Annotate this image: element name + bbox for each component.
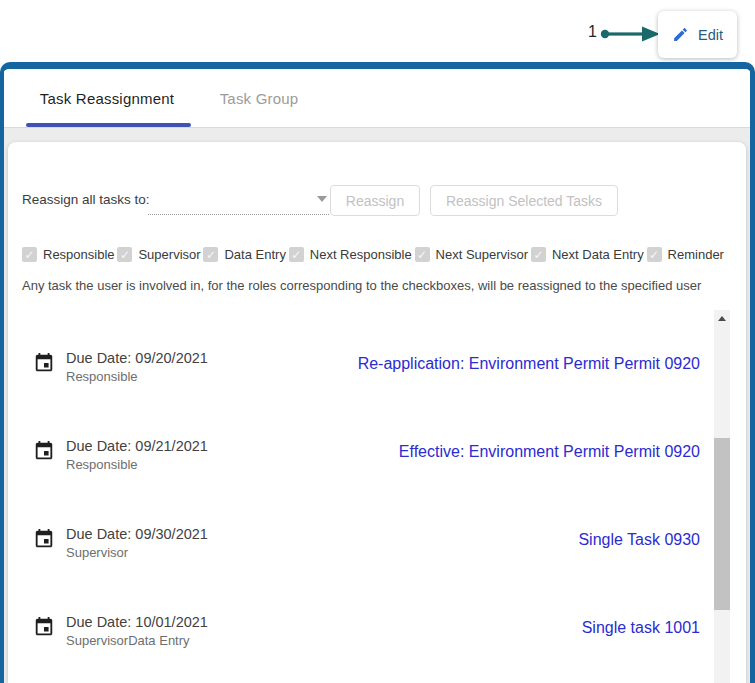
reassign-button[interactable]: Reassign <box>330 185 420 216</box>
tab-task-group[interactable]: Task Group <box>196 90 322 107</box>
role-item-responsible: ✓ Responsible <box>22 247 115 262</box>
role-item-data-entry: ✓ Data Entry <box>203 247 285 262</box>
scrollbar-thumb[interactable] <box>714 438 730 610</box>
checkbox-reminder[interactable]: ✓ <box>647 247 662 262</box>
task-title-link[interactable]: Re-application: Environment Permit Permi… <box>358 355 700 373</box>
role-checkbox-row: ✓ Responsible ✓ Supervisor ✓ Data Entry … <box>22 247 724 262</box>
reassign-user-select[interactable] <box>148 185 329 215</box>
checkbox-next-data-entry[interactable]: ✓ <box>531 247 546 262</box>
task-row: Due Date: 09/20/2021 Responsible Re-appl… <box>33 350 700 420</box>
checkbox-supervisor[interactable]: ✓ <box>117 247 132 262</box>
task-title-link[interactable]: Single task 1001 <box>582 619 700 637</box>
role-label: Supervisor <box>138 247 200 262</box>
triangle-up-icon <box>718 316 726 321</box>
calendar-icon <box>33 440 55 462</box>
task-title-link[interactable]: Single Task 0930 <box>578 531 700 549</box>
task-row: Due Date: 10/01/2021 SupervisorData Entr… <box>33 614 700 683</box>
active-tab-indicator <box>26 123 191 127</box>
annotation-arrow-icon <box>600 25 662 43</box>
task-list: Due Date: 09/20/2021 Responsible Re-appl… <box>8 310 746 683</box>
role-label: Next Supervisor <box>436 247 528 262</box>
role-item-next-supervisor: ✓ Next Supervisor <box>415 247 528 262</box>
role-label: Next Responsible <box>310 247 412 262</box>
caret-down-icon <box>317 196 327 202</box>
edit-button[interactable]: Edit <box>658 11 737 58</box>
role-label: Responsible <box>43 247 115 262</box>
tab-bar: Task Reassignment Task Group <box>4 69 750 128</box>
checkbox-next-supervisor[interactable]: ✓ <box>415 247 430 262</box>
reassignment-note: Any task the user is involved in, for th… <box>22 278 732 293</box>
task-panel: Task Reassignment Task Group Reassign al… <box>0 62 755 683</box>
role-item-next-data-entry: ✓ Next Data Entry <box>531 247 644 262</box>
tab-task-reassignment[interactable]: Task Reassignment <box>22 90 192 107</box>
checkbox-next-responsible[interactable]: ✓ <box>289 247 304 262</box>
pencil-icon <box>672 26 689 43</box>
role-label: Reminder <box>668 247 724 262</box>
calendar-icon <box>33 616 55 638</box>
calendar-icon <box>33 352 55 374</box>
edit-button-label: Edit <box>698 27 723 43</box>
role-item-reminder: ✓ Reminder <box>647 247 724 262</box>
task-row: Due Date: 09/21/2021 Responsible Effecti… <box>33 438 700 508</box>
calendar-icon <box>33 528 55 550</box>
checkbox-data-entry[interactable]: ✓ <box>203 247 218 262</box>
reassign-controls-row: Reassign all tasks to: Reassign Reassign… <box>22 185 732 217</box>
task-list-scrollbar[interactable] <box>714 310 730 683</box>
role-label: Next Data Entry <box>552 247 644 262</box>
role-item-supervisor: ✓ Supervisor <box>117 247 200 262</box>
content-card: Reassign all tasks to: Reassign Reassign… <box>8 142 746 683</box>
checkbox-responsible[interactable]: ✓ <box>22 247 37 262</box>
role-label: Data Entry <box>224 247 285 262</box>
reassign-all-label: Reassign all tasks to: <box>22 192 150 207</box>
top-bar: 1 Edit <box>0 0 755 62</box>
reassign-selected-tasks-button[interactable]: Reassign Selected Tasks <box>430 185 618 216</box>
role-item-next-responsible: ✓ Next Responsible <box>289 247 412 262</box>
annotation-step-number: 1 <box>588 23 597 41</box>
task-row: Due Date: 09/30/2021 Supervisor Single T… <box>33 526 700 596</box>
scroll-up-button[interactable] <box>714 310 730 326</box>
task-title-link[interactable]: Effective: Environment Permit Permit 092… <box>399 443 700 461</box>
